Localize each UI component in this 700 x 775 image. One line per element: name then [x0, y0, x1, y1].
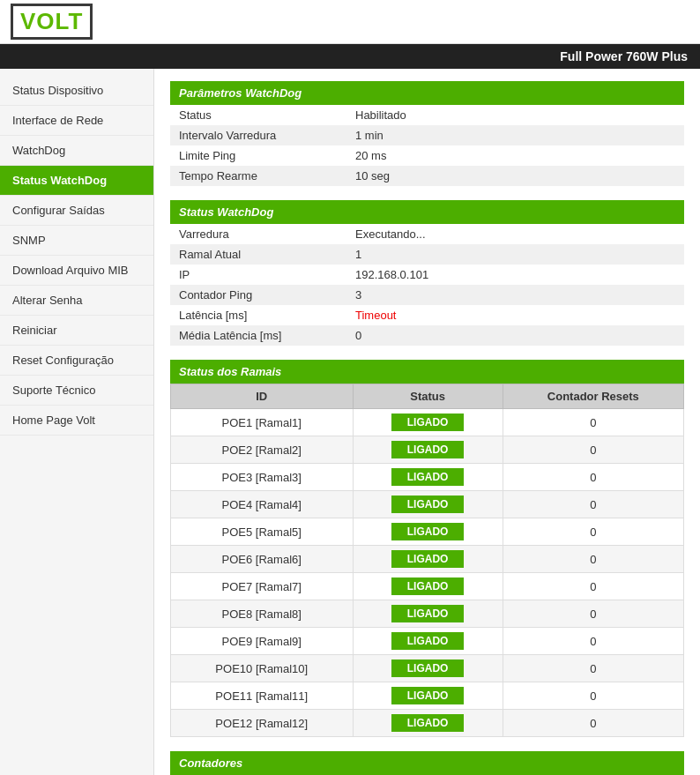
status-value: 0	[346, 325, 684, 346]
sidebar-item-reiniciar[interactable]: Reiniciar	[0, 316, 153, 346]
ramal-id: POE11 [Ramal11]	[171, 682, 354, 710]
ramal-status: LIGADO	[353, 600, 503, 628]
status-badge: LIGADO	[391, 441, 465, 458]
ramal-id: POE8 [Ramal8]	[171, 600, 354, 628]
status-label: Latência [ms]	[170, 305, 346, 325]
contadores-block: Contadores Resetar Contadores Resetar	[170, 751, 684, 775]
table-row: Status Habilitado	[170, 105, 684, 125]
ramal-status: LIGADO	[353, 464, 503, 491]
sidebar-item-watchdog[interactable]: WatchDog	[0, 136, 153, 166]
ramal-status: LIGADO	[353, 573, 503, 600]
table-row: POE6 [Ramal6] LIGADO 0	[171, 546, 684, 573]
content: Parâmetros WatchDog Status Habilitado In…	[154, 69, 700, 775]
ramal-id: POE1 [Ramal1]	[171, 409, 354, 436]
ramal-status: LIGADO	[353, 491, 503, 518]
parametros-watchdog-table: Status Habilitado Intervalo Varredura 1 …	[170, 105, 684, 186]
status-badge: LIGADO	[391, 578, 465, 595]
status-value: Executando...	[346, 224, 684, 244]
sidebar-item-interface-de-rede[interactable]: Interface de Rede	[0, 106, 153, 136]
param-value: 10 seg	[346, 166, 684, 186]
ramal-status: LIGADO	[353, 518, 503, 546]
sidebar-item-status-dispositivo[interactable]: Status Dispositivo	[0, 76, 153, 106]
status-label: Contador Ping	[170, 285, 346, 305]
status-label: Varredura	[170, 224, 346, 244]
top-header: VOLT	[0, 0, 700, 44]
table-row: Latência [ms] Timeout	[170, 305, 684, 325]
ramal-counter: 0	[503, 409, 683, 436]
table-header-row: ID Status Contador Resets	[171, 384, 684, 409]
table-row: POE5 [Ramal5] LIGADO 0	[171, 518, 684, 546]
param-label: Status	[170, 105, 346, 125]
sidebar-item-reset-configuracao[interactable]: Reset Configuração	[0, 346, 153, 376]
status-ramais-header: Status dos Ramais	[170, 360, 684, 384]
table-row: POE12 [Ramal12] LIGADO 0	[171, 710, 684, 737]
product-title: Full Power 760W Plus	[560, 49, 688, 63]
status-badge: LIGADO	[391, 414, 465, 431]
table-row: Ramal Atual 1	[170, 244, 684, 265]
status-label: Ramal Atual	[170, 244, 346, 265]
parametros-watchdog-block: Parâmetros WatchDog Status Habilitado In…	[170, 81, 684, 186]
title-bar: Full Power 760W Plus	[0, 44, 700, 69]
sidebar-item-snmp[interactable]: SNMP	[0, 226, 153, 256]
ramal-id: POE9 [Ramal9]	[171, 628, 354, 655]
table-row: Tempo Rearme 10 seg	[170, 166, 684, 186]
table-row: POE8 [Ramal8] LIGADO 0	[171, 600, 684, 628]
ramal-id: POE10 [Ramal10]	[171, 655, 354, 682]
status-watchdog-header: Status WatchDog	[170, 200, 684, 224]
table-row: POE11 [Ramal11] LIGADO 0	[171, 682, 684, 710]
ramal-id: POE2 [Ramal2]	[171, 436, 354, 464]
table-row: POE1 [Ramal1] LIGADO 0	[171, 409, 684, 436]
sidebar-item-alterar-senha[interactable]: Alterar Senha	[0, 286, 153, 316]
param-value: Habilitado	[346, 105, 684, 125]
table-row: POE7 [Ramal7] LIGADO 0	[171, 573, 684, 600]
param-value: 1 min	[346, 125, 684, 145]
col-id: ID	[171, 384, 354, 409]
ramal-status: LIGADO	[353, 436, 503, 464]
status-watchdog-table: Varredura Executando... Ramal Atual 1 IP…	[170, 224, 684, 346]
sidebar-item-download-arquivo-mib[interactable]: Download Arquivo MIB	[0, 256, 153, 286]
ramal-counter: 0	[503, 682, 683, 710]
contadores-header: Contadores	[170, 751, 684, 775]
col-contador-resets: Contador Resets	[503, 384, 683, 409]
status-ramais-table: ID Status Contador Resets POE1 [Ramal1] …	[170, 384, 684, 737]
status-badge: LIGADO	[391, 659, 465, 677]
param-value: 20 ms	[346, 145, 684, 166]
ramal-counter: 0	[503, 436, 683, 464]
param-label: Tempo Rearme	[170, 166, 346, 186]
ramal-status: LIGADO	[353, 628, 503, 655]
table-row: Média Latência [ms] 0	[170, 325, 684, 346]
table-row: Contador Ping 3	[170, 285, 684, 305]
sidebar-item-suporte-tecnico[interactable]: Suporte Técnico	[0, 376, 153, 406]
status-ramais-block: Status dos Ramais ID Status Contador Res…	[170, 360, 684, 737]
ramal-id: POE6 [Ramal6]	[171, 546, 354, 573]
ramal-counter: 0	[503, 491, 683, 518]
ramal-counter: 0	[503, 518, 683, 546]
ramal-counter: 0	[503, 655, 683, 682]
ramal-id: POE3 [Ramal3]	[171, 464, 354, 491]
table-row: Limite Ping 20 ms	[170, 145, 684, 166]
ramal-id: POE5 [Ramal5]	[171, 518, 354, 546]
ramal-status: LIGADO	[353, 710, 503, 737]
status-value: 1	[346, 244, 684, 265]
main-layout: Status Dispositivo Interface de Rede Wat…	[0, 69, 700, 775]
param-label: Limite Ping	[170, 145, 346, 166]
table-row: POE3 [Ramal3] LIGADO 0	[171, 464, 684, 491]
status-badge: LIGADO	[391, 687, 465, 704]
table-row: POE4 [Ramal4] LIGADO 0	[171, 491, 684, 518]
ramal-counter: 0	[503, 573, 683, 600]
sidebar-item-status-watchdog[interactable]: Status WatchDog	[0, 166, 153, 196]
status-badge: LIGADO	[391, 550, 465, 568]
sidebar: Status Dispositivo Interface de Rede Wat…	[0, 69, 154, 775]
sidebar-item-home-page-volt[interactable]: Home Page Volt	[0, 406, 153, 436]
ramal-status: LIGADO	[353, 409, 503, 436]
table-row: POE9 [Ramal9] LIGADO 0	[171, 628, 684, 655]
table-row: Varredura Executando...	[170, 224, 684, 244]
ramal-counter: 0	[503, 464, 683, 491]
ramal-status: LIGADO	[353, 655, 503, 682]
status-badge: LIGADO	[391, 714, 465, 732]
table-row: POE2 [Ramal2] LIGADO 0	[171, 436, 684, 464]
parametros-watchdog-header: Parâmetros WatchDog	[170, 81, 684, 105]
param-label: Intervalo Varredura	[170, 125, 346, 145]
sidebar-item-configurar-saidas[interactable]: Configurar Saídas	[0, 196, 153, 226]
table-row: POE10 [Ramal10] LIGADO 0	[171, 655, 684, 682]
